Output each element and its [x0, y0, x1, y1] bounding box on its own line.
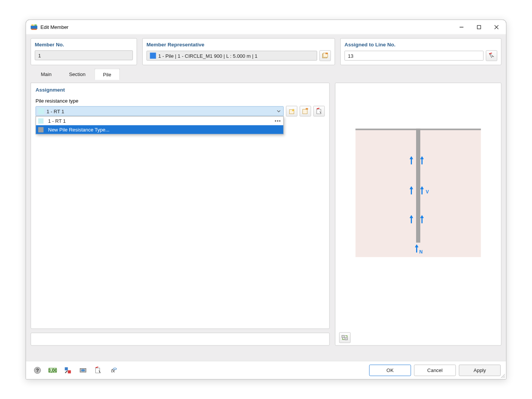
- svg-rect-1: [32, 24, 34, 25]
- group-assigned-line: Assigned to Line No. 13: [340, 38, 502, 65]
- arrow-up-icon: [420, 215, 424, 223]
- close-button[interactable]: [488, 21, 505, 33]
- svg-rect-5: [477, 25, 481, 29]
- combo-dropdown: 1 - RT 1 ••• New Pile Resistance Type...: [36, 116, 284, 135]
- edit-resistance-button[interactable]: [300, 106, 311, 117]
- svg-rect-0: [31, 25, 38, 29]
- label-v: V: [426, 189, 429, 195]
- svg-rect-14: [303, 109, 307, 114]
- svg-line-29: [96, 367, 98, 367]
- group-header: Member No.: [35, 42, 133, 48]
- bottom-strip: [31, 333, 330, 346]
- color-swatch-icon: [38, 127, 44, 132]
- label-n: N: [420, 249, 423, 255]
- svg-rect-2: [35, 24, 37, 25]
- svg-line-17: [317, 108, 320, 109]
- color-swatch-icon: [150, 53, 156, 59]
- apply-button[interactable]: Apply: [459, 364, 501, 376]
- delete-select-button[interactable]: [314, 106, 325, 117]
- tab-pile[interactable]: Pile: [94, 69, 120, 80]
- tab-section[interactable]: Section: [60, 68, 94, 80]
- color-swatch-icon: [38, 108, 44, 114]
- fx-button[interactable]: fx: [108, 364, 120, 376]
- pile-resistance-combo[interactable]: 1 - RT 1 1 - RT 1 •••: [36, 106, 284, 116]
- combo-label: Pile resistance type: [36, 98, 325, 104]
- representative-field[interactable]: 1 - Pile | 1 - CIRCLE_M1 900 | L : 5.000…: [147, 51, 317, 61]
- arrow-up-icon: [410, 157, 413, 165]
- group-header: Assigned to Line No.: [345, 42, 497, 48]
- panel-header: Assignment: [36, 87, 325, 93]
- arrow-up-icon: [420, 187, 424, 195]
- combo-option[interactable]: 1 - RT 1 •••: [36, 117, 283, 125]
- dialog-footer: ? 0,00 fx OK Cancel Apply: [26, 361, 506, 379]
- svg-rect-24: [65, 367, 68, 370]
- ok-button[interactable]: OK: [369, 364, 411, 376]
- group-member-no: Member No. 1: [31, 38, 137, 65]
- group-header: Member Representative: [147, 42, 331, 48]
- svg-rect-3: [32, 28, 37, 30]
- new-resistance-button[interactable]: [286, 106, 298, 117]
- dialog-content: Member No. 1 Member Representative 1 - P…: [26, 35, 506, 361]
- svg-text:?: ?: [36, 367, 39, 373]
- pick-line-button[interactable]: [486, 51, 497, 61]
- ellipsis-icon[interactable]: •••: [275, 118, 281, 124]
- tab-bar: Main Section Pile: [31, 68, 502, 80]
- group-representative: Member Representative 1 - Pile | 1 - CIR…: [142, 38, 335, 65]
- dialog-window: Edit Member Member No. 1 Member Represen…: [26, 20, 507, 380]
- tab-main[interactable]: Main: [32, 68, 60, 80]
- cancel-button[interactable]: Cancel: [414, 364, 456, 376]
- render-button[interactable]: [77, 364, 89, 376]
- right-column: V N: [335, 83, 502, 346]
- pile-shape: [416, 129, 420, 243]
- assigned-line-field[interactable]: 13: [345, 51, 484, 61]
- svg-rect-10: [326, 53, 328, 54]
- preview-panel: V N: [335, 83, 502, 346]
- combo-option-new[interactable]: New Pile Resistance Type...: [36, 125, 283, 134]
- left-column: Assignment Pile resistance type 1 - RT 1: [31, 83, 330, 346]
- arrow-up-icon: [410, 187, 413, 195]
- svg-rect-19: [345, 338, 348, 340]
- chevron-down-icon: [276, 109, 282, 114]
- svg-rect-25: [68, 370, 71, 373]
- color-swatch-icon: [38, 118, 44, 124]
- wizard-button[interactable]: [62, 364, 74, 376]
- minimize-button[interactable]: [453, 21, 470, 33]
- svg-point-27: [81, 369, 85, 371]
- svg-line-34: [504, 377, 505, 378]
- member-no-field[interactable]: 1: [35, 51, 133, 60]
- swap-view-button[interactable]: [339, 332, 351, 343]
- top-row: Member No. 1 Member Representative 1 - P…: [31, 38, 502, 65]
- titlebar: Edit Member: [26, 20, 506, 35]
- arrow-up-icon: [410, 215, 413, 223]
- svg-text:0,00: 0,00: [49, 367, 57, 373]
- svg-rect-18: [342, 336, 345, 338]
- assignment-panel: Assignment Pile resistance type 1 - RT 1: [31, 83, 330, 329]
- svg-rect-16: [317, 109, 321, 114]
- svg-rect-15: [306, 108, 308, 110]
- svg-text:fx: fx: [111, 367, 115, 373]
- window-title: Edit Member: [41, 24, 69, 30]
- library-button[interactable]: [320, 51, 331, 61]
- mid-row: Assignment Pile resistance type 1 - RT 1: [31, 83, 502, 346]
- pick2-button[interactable]: [92, 364, 104, 376]
- help-button[interactable]: ?: [32, 364, 44, 376]
- svg-line-11: [489, 53, 492, 54]
- units-button[interactable]: 0,00: [47, 364, 59, 376]
- arrow-up-icon: [420, 157, 424, 165]
- arrow-up-icon: [415, 245, 419, 253]
- maximize-button[interactable]: [470, 21, 488, 33]
- app-icon: [31, 24, 38, 30]
- resize-grip-icon[interactable]: [500, 373, 505, 378]
